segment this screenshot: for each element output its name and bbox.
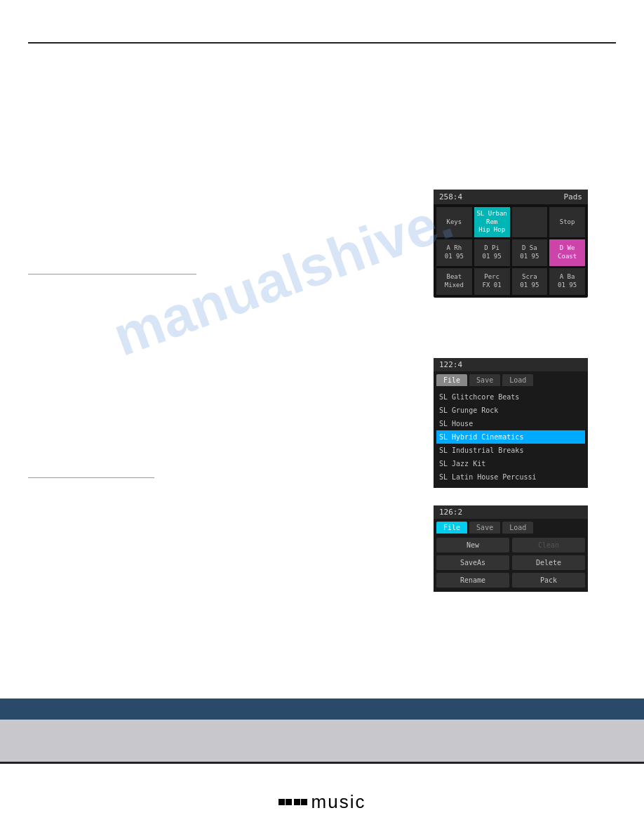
menu-header-left: 126:2 [439, 508, 462, 517]
pad-stop[interactable]: Stop [549, 207, 585, 237]
menu-button-grid: New Clean SaveAs Delete Rename Pack [434, 534, 588, 592]
menu-tab-save[interactable]: Save [469, 522, 500, 534]
bottom-rule [0, 762, 644, 764]
pads-panel: 258:4 Pads Keys SL Urban RemHip Hop Stop… [434, 190, 588, 298]
menu-new-button[interactable]: New [436, 538, 509, 552]
underline-2 [28, 477, 154, 478]
logo-squares [279, 799, 310, 805]
pad-d-pi[interactable]: D Pi01 95 [474, 239, 510, 266]
pad-d-we-coast[interactable]: D WeCoast [549, 239, 585, 266]
menu-panel-header: 126:2 [434, 505, 588, 519]
bottom-dark-bar [0, 699, 644, 720]
logo-sq3 [294, 799, 300, 805]
logo-sq2 [286, 799, 292, 805]
underline-1 [28, 274, 196, 274]
files-tab-load[interactable]: Load [502, 374, 533, 386]
menu-saveas-button[interactable]: SaveAs [436, 555, 509, 570]
bottom-section [0, 699, 644, 764]
logo: music [279, 791, 366, 813]
pad-a-ba[interactable]: A Ba01 95 [549, 268, 585, 295]
pad-beat-mixed[interactable]: BeatMixed [436, 268, 472, 295]
list-item[interactable]: SL Glitchcore Beats [436, 390, 585, 404]
top-rule [28, 42, 616, 44]
logo-section: music [0, 791, 644, 813]
files-panel: 122:4 File Save Load SL Glitchcore Beats… [434, 358, 588, 488]
menu-tab-bar: File Save Load [434, 519, 588, 534]
pad-perc-fx[interactable]: PercFX 01 [474, 268, 510, 295]
files-tab-save[interactable]: Save [469, 374, 500, 386]
logo-music-text: music [311, 791, 366, 813]
files-tab-file[interactable]: File [436, 374, 467, 386]
bottom-gray-bar [0, 720, 644, 762]
pad-empty[interactable] [512, 207, 548, 237]
pad-keys[interactable]: Keys [436, 207, 472, 237]
pads-header-right: Pads [564, 192, 583, 201]
pads-header-left: 258:4 [439, 192, 462, 201]
list-item-selected[interactable]: SL Hybrid Cinematics [436, 430, 585, 444]
pads-panel-header: 258:4 Pads [434, 190, 588, 204]
list-item[interactable]: SL Grunge Rock [436, 404, 585, 417]
pad-grid: Keys SL Urban RemHip Hop Stop A Rh01 95 … [434, 204, 588, 298]
menu-rename-button[interactable]: Rename [436, 573, 509, 588]
pad-sl-urban[interactable]: SL Urban RemHip Hop [474, 207, 510, 237]
file-list: SL Glitchcore Beats SL Grunge Rock SL Ho… [434, 386, 588, 488]
menu-clean-button[interactable]: Clean [512, 538, 585, 552]
logo-sq1 [279, 799, 285, 805]
pad-d-sa[interactable]: D Sa01 95 [512, 239, 548, 266]
menu-tab-file[interactable]: File [436, 522, 467, 534]
list-item[interactable]: SL Industrial Breaks [436, 444, 585, 457]
list-item[interactable]: SL Jazz Kit [436, 457, 585, 470]
menu-panel: 126:2 File Save Load New Clean SaveAs De… [434, 505, 588, 592]
list-item[interactable]: SL Latin House Percussi [436, 470, 585, 484]
menu-pack-button[interactable]: Pack [512, 573, 585, 588]
menu-delete-button[interactable]: Delete [512, 555, 585, 570]
list-item[interactable]: SL House [436, 417, 585, 430]
pad-scra[interactable]: Scra01 95 [512, 268, 548, 295]
pad-a-rh[interactable]: A Rh01 95 [436, 239, 472, 266]
files-tab-bar: File Save Load [434, 371, 588, 386]
files-header-left: 122:4 [439, 360, 462, 369]
files-panel-header: 122:4 [434, 358, 588, 371]
logo-sq4 [301, 799, 307, 805]
menu-tab-load[interactable]: Load [502, 522, 533, 534]
watermark: manualshive. [105, 187, 462, 369]
